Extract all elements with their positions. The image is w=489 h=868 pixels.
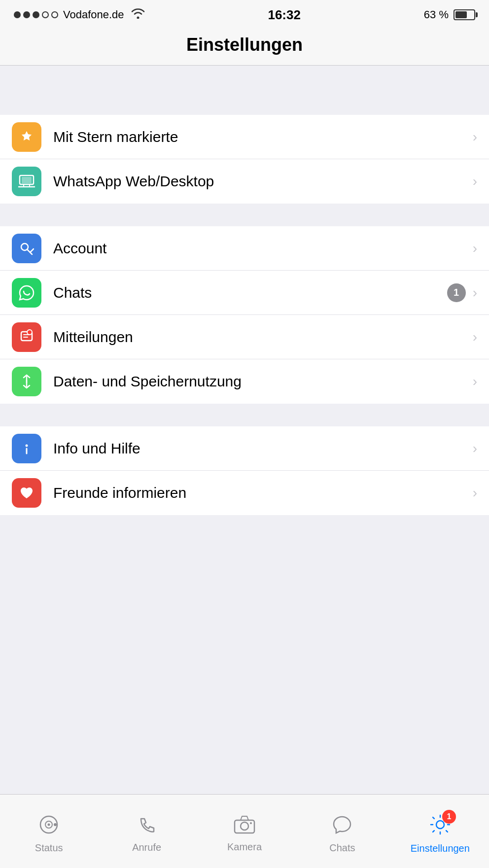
settings-item-web[interactable]: WhatsApp Web/Desktop › xyxy=(0,159,489,204)
chats-label: Chats xyxy=(53,284,447,301)
wifi-icon xyxy=(131,8,145,22)
settings-tab-badge: 1 xyxy=(442,810,456,824)
status-right: 63 % xyxy=(424,8,475,21)
account-label: Account xyxy=(53,240,473,257)
chevron-invite: › xyxy=(473,485,477,501)
tab-item-settings[interactable]: 1 Einstellungen xyxy=(391,809,489,854)
section-gap-2 xyxy=(0,404,489,426)
status-tab-icon xyxy=(38,814,59,839)
main-content: Mit Stern markierte › WhatsApp Web/Deskt… xyxy=(0,66,489,868)
settings-item-invite[interactable]: Freunde informieren › xyxy=(0,471,489,515)
time-display: 16:32 xyxy=(268,7,301,23)
chevron-data: › xyxy=(473,374,477,389)
chevron-chats: › xyxy=(473,285,477,301)
invite-label: Freunde informieren xyxy=(53,485,473,501)
page-title: Einstellungen xyxy=(0,35,489,55)
settings-group-2: Account › Chats 1 › xyxy=(0,226,489,404)
chevron-web: › xyxy=(473,174,477,189)
status-bar: Vodafone.de 16:32 63 % xyxy=(0,0,489,30)
signal-dot-3 xyxy=(33,11,39,18)
settings-list-2: Account › Chats 1 › xyxy=(0,226,489,404)
chevron-starred: › xyxy=(473,129,477,145)
svg-point-5 xyxy=(26,444,28,447)
info-label: Info und Hilfe xyxy=(53,440,473,457)
settings-group-1: Mit Stern markierte › WhatsApp Web/Deskt… xyxy=(0,115,489,204)
data-label: Daten- und Speichernutzung xyxy=(53,373,473,390)
carrier-label: Vodafone.de xyxy=(63,8,124,21)
svg-point-4 xyxy=(27,330,32,335)
status-tab-label: Status xyxy=(35,842,63,854)
status-left: Vodafone.de xyxy=(14,8,145,22)
chevron-info: › xyxy=(473,441,477,456)
section-gap-1 xyxy=(0,204,489,226)
settings-tab-label: Einstellungen xyxy=(411,843,470,854)
whatsapp-icon xyxy=(12,278,41,308)
laptop-icon xyxy=(12,167,41,196)
settings-group-3: Info und Hilfe › Freunde informieren › xyxy=(0,426,489,515)
settings-item-starred[interactable]: Mit Stern markierte › xyxy=(0,115,489,159)
key-icon xyxy=(12,234,41,263)
info-icon xyxy=(12,434,41,463)
arrows-icon xyxy=(12,367,41,396)
star-icon xyxy=(12,122,41,152)
signal-dot-2 xyxy=(23,11,30,18)
svg-point-13 xyxy=(436,821,444,829)
notifications-icon xyxy=(12,322,41,352)
svg-point-8 xyxy=(48,823,50,826)
camera-tab-icon xyxy=(234,815,255,838)
signal-dot-4 xyxy=(42,11,49,18)
settings-item-info[interactable]: Info und Hilfe › xyxy=(0,426,489,471)
signal-dots xyxy=(14,11,58,18)
calls-tab-icon xyxy=(137,815,157,839)
tab-item-calls[interactable]: Anrufe xyxy=(98,810,195,853)
battery-indicator xyxy=(454,9,475,20)
settings-item-account[interactable]: Account › xyxy=(0,226,489,271)
battery-outer xyxy=(454,9,475,20)
tab-bar: Status Anrufe Kamera Chats xyxy=(0,794,489,868)
tab-item-status[interactable]: Status xyxy=(0,809,98,854)
signal-dot-5 xyxy=(51,11,58,18)
chats-badge: 1 xyxy=(447,283,466,302)
starred-label: Mit Stern markierte xyxy=(53,129,473,145)
svg-point-9 xyxy=(54,823,57,826)
page-title-bar: Einstellungen xyxy=(0,30,489,66)
tab-item-camera[interactable]: Kamera xyxy=(196,810,293,853)
svg-point-11 xyxy=(241,822,248,830)
profile-section xyxy=(0,66,489,115)
chevron-notifications: › xyxy=(473,329,477,345)
settings-item-notifications[interactable]: Mitteilungen › xyxy=(0,315,489,359)
settings-item-chats[interactable]: Chats 1 › xyxy=(0,271,489,315)
settings-list-3: Info und Hilfe › Freunde informieren › xyxy=(0,426,489,515)
settings-tab-icon: 1 xyxy=(429,814,451,840)
battery-fill xyxy=(455,11,467,18)
settings-item-data[interactable]: Daten- und Speichernutzung › xyxy=(0,359,489,404)
camera-tab-label: Kamera xyxy=(227,841,262,853)
settings-list-1: Mit Stern markierte › WhatsApp Web/Deskt… xyxy=(0,115,489,204)
battery-percentage: 63 % xyxy=(424,8,449,21)
calls-tab-label: Anrufe xyxy=(132,842,161,853)
heart-icon xyxy=(12,478,41,508)
chevron-account: › xyxy=(473,241,477,256)
svg-point-12 xyxy=(250,822,252,824)
notifications-label: Mitteilungen xyxy=(53,329,473,346)
chats-tab-label: Chats xyxy=(329,842,355,854)
chats-tab-icon xyxy=(332,814,352,839)
tab-item-chats[interactable]: Chats xyxy=(293,809,391,854)
signal-dot-1 xyxy=(14,11,21,18)
svg-rect-1 xyxy=(22,177,32,183)
web-label: WhatsApp Web/Desktop xyxy=(53,173,473,190)
